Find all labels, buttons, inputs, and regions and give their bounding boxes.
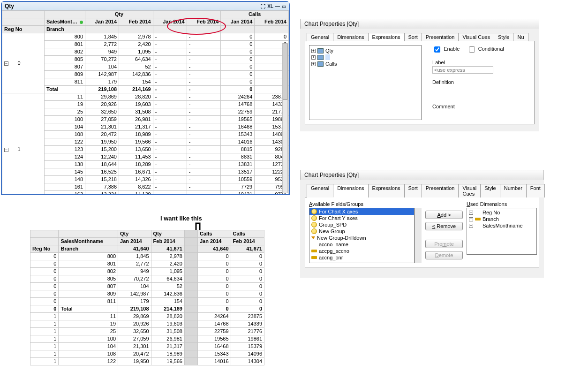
expand-icon[interactable]: +: [311, 62, 316, 66]
available-field-item[interactable]: accpg_accno: [309, 248, 414, 254]
table-row[interactable]: 80570,27264,634--00: [2, 56, 289, 63]
available-field-item[interactable]: Group_SPD: [309, 221, 414, 228]
tab-presentation[interactable]: Presentation: [422, 184, 459, 197]
tab-dimensions[interactable]: Dimensions: [333, 33, 368, 41]
pivot-titlebar[interactable]: Qty ⛶ XL — ▭: [2, 2, 289, 10]
minimize-icon[interactable]: —: [275, 4, 280, 9]
available-field-item[interactable]: accng_onr: [309, 254, 414, 261]
cell: 19,603: [151, 320, 184, 328]
available-field-item[interactable]: accno_name: [309, 241, 414, 248]
expand-icon[interactable]: +: [469, 224, 473, 228]
expand-icon[interactable]: +: [469, 211, 473, 215]
detach-icon[interactable]: ⛶: [261, 4, 265, 9]
tab-visual-cues[interactable]: Visual Cues: [458, 33, 494, 41]
tab-sort[interactable]: Sort: [404, 184, 422, 197]
cell: 0: [197, 253, 231, 260]
table-row[interactable]: 12315,20013,650--88159283: [2, 146, 289, 153]
expand-icon[interactable]: +: [311, 49, 316, 53]
table-row[interactable]: 80710452--00: [2, 63, 289, 71]
tab-general[interactable]: General: [307, 33, 333, 41]
scrollbar-thumb[interactable]: [283, 44, 287, 100]
cell: 108: [45, 131, 85, 138]
expressions-tree[interactable]: +Qty+ +Calls: [309, 45, 422, 120]
add-button[interactable]: Add >: [425, 211, 463, 219]
cell: [184, 358, 197, 365]
tab-expressions[interactable]: Expressions: [368, 184, 405, 197]
table-row[interactable]: 809142,987142,836--00: [2, 71, 289, 78]
table-row[interactable]: −11129,86928,820--2426423875: [2, 93, 289, 101]
cell: 800: [45, 33, 85, 41]
expression-tree-item[interactable]: +Calls: [311, 61, 419, 67]
expand-icon[interactable]: +: [469, 217, 473, 221]
cell: -: [153, 78, 187, 86]
cell: -: [187, 138, 221, 146]
table-row[interactable]: 10027,05926,981--1956519861: [2, 116, 289, 123]
tab-sort[interactable]: Sort: [404, 33, 422, 41]
used-dimensions-listbox[interactable]: +Reg No+Branch+SalesMonthname: [467, 208, 537, 255]
tab-nu[interactable]: Nu: [513, 33, 528, 41]
tab-general[interactable]: General: [307, 184, 333, 197]
cell: -: [153, 63, 187, 71]
remove-button[interactable]: < Remove: [425, 222, 463, 230]
tab-style[interactable]: Style: [480, 184, 500, 197]
table-row[interactable]: 12412,24011,453--88318044: [2, 153, 289, 161]
cell: 19,566: [119, 138, 153, 146]
table-row[interactable]: 12219,95019,566--1401614304: [2, 138, 289, 146]
enable-checkbox[interactable]: Enable: [432, 46, 461, 52]
pivot-grid[interactable]: Qty Calls SalesMont… Jan 2014 Feb 2014 J…: [2, 10, 289, 194]
collapse-icon[interactable]: −: [4, 148, 8, 152]
item-label: accno_name: [319, 242, 348, 247]
tab-presentation[interactable]: Presentation: [422, 33, 459, 41]
table-row[interactable]: 1920,92619,603--1476814339: [2, 101, 289, 108]
table-row[interactable]: 14516,52516,671--1351712223: [2, 168, 289, 176]
promote-button[interactable]: Promote: [425, 240, 463, 248]
table-row[interactable]: 1617,3868,622--77297951: [2, 183, 289, 191]
region-cell[interactable]: −0: [2, 33, 45, 93]
table-row[interactable]: 13818,64418,289--1383112730: [2, 161, 289, 168]
xl-export-icon[interactable]: XL: [267, 4, 273, 9]
available-field-item[interactable]: For Chart Y axes: [309, 215, 414, 221]
region-cell[interactable]: −1: [2, 93, 45, 195]
expand-icon[interactable]: +: [311, 55, 316, 60]
expression-tree-item[interactable]: +: [311, 54, 419, 61]
conditional-checkbox[interactable]: Conditional: [467, 46, 504, 52]
label-field[interactable]: [432, 65, 504, 74]
tab-font[interactable]: Font: [526, 184, 545, 197]
table-row[interactable]: 8029491,095--00: [2, 48, 289, 56]
table-row[interactable]: −08001,8452,978--00: [2, 33, 289, 41]
available-field-item[interactable]: New Group: [309, 228, 414, 235]
table-row[interactable]: 16313,33414,130--104219774: [2, 191, 289, 195]
item-label: New Group: [319, 228, 345, 234]
table-row[interactable]: 811179154--00: [2, 78, 289, 86]
demote-button[interactable]: Demote: [425, 251, 463, 259]
salesmonth-header[interactable]: SalesMont…: [45, 18, 85, 26]
available-field-item[interactable]: For Chart X axes: [309, 208, 414, 215]
expression-icon: [317, 61, 324, 67]
tab-style[interactable]: Style: [494, 33, 513, 41]
table-row[interactable]: 14815,21814,326--105599521: [2, 176, 289, 183]
tab-number[interactable]: Number: [500, 184, 527, 197]
cell: -: [187, 78, 221, 86]
available-field-item[interactable]: New Group-Drilldown: [309, 235, 414, 241]
table-row[interactable]: 10820,47218,989--1534314096: [2, 131, 289, 138]
table-row[interactable]: 10421,30121,317--1646815379: [2, 123, 289, 131]
collapse-icon[interactable]: −: [4, 61, 8, 66]
listbox-scrollbar[interactable]: [415, 208, 422, 263]
cyclic-group-indicator-icon[interactable]: [80, 21, 83, 24]
vertical-scrollbar[interactable]: [282, 43, 288, 193]
used-dimension-item[interactable]: +Branch: [468, 216, 535, 222]
tab-expressions[interactable]: Expressions: [368, 33, 405, 41]
table-row[interactable]: 8012,7722,420--00: [2, 41, 289, 48]
cell: 24264: [197, 313, 231, 320]
cell: 19: [45, 101, 85, 108]
used-dimension-item[interactable]: +Reg No: [468, 209, 535, 216]
table-row[interactable]: 2532,65031,508--2275921776: [2, 108, 289, 116]
cell: 1: [30, 335, 59, 343]
used-dimension-item[interactable]: +SalesMonthname: [468, 222, 535, 229]
tab-dimensions[interactable]: Dimensions: [333, 184, 368, 197]
tab-visual-cues[interactable]: Visual Cues: [458, 184, 481, 197]
available-fields-listbox[interactable]: For Chart X axesFor Chart Y axesGroup_SP…: [309, 208, 415, 263]
cell: 2,772: [85, 41, 119, 48]
restore-icon[interactable]: ▭: [282, 4, 286, 9]
expression-tree-item[interactable]: +Qty: [311, 47, 419, 54]
